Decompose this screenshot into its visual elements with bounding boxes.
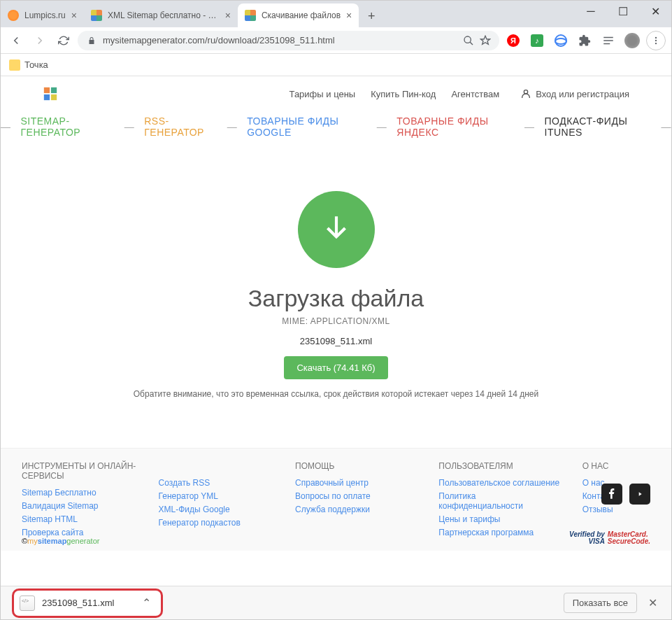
- footer-link[interactable]: Создать RSS: [159, 478, 275, 488]
- back-button[interactable]: [6, 31, 26, 50]
- star-icon[interactable]: [480, 35, 491, 46]
- main-nav: — SITEMAP-ГЕНЕРАТОР — RSS-ГЕНЕРАТОР — ТО…: [1, 111, 671, 149]
- nav-yandex-feeds[interactable]: ТОВАРНЫЕ ФИДЫ ЯНДЕКС: [396, 115, 515, 138]
- close-window-button[interactable]: ✕: [639, 1, 671, 22]
- tab-label: XML Sitemap бесплатно - Ге...: [108, 10, 220, 20]
- nav-google-feeds[interactable]: ТОВАРНЫЕ ФИДЫ GOOGLE: [247, 115, 367, 138]
- footer-link[interactable]: Отзывы: [582, 505, 650, 514]
- site-logo[interactable]: [43, 86, 58, 101]
- tab-label: Lumpics.ru: [24, 10, 66, 20]
- site-footer: ИНСТРУМЕНТЫ И ОНЛАЙН-СЕРВИСЫ Sitemap Бес…: [1, 448, 671, 551]
- browser-tab-active[interactable]: Скачивание файлов ×: [238, 3, 359, 27]
- page-title: Загрузка файла: [1, 285, 671, 312]
- close-shelf-button[interactable]: ✕: [645, 593, 660, 612]
- footer-link[interactable]: Вопросы по оплате: [295, 491, 417, 501]
- youtube-icon[interactable]: [629, 484, 650, 505]
- download-shelf: 2351098_511.xml ⌃ Показать все ✕: [1, 586, 671, 619]
- notice-text: Обратите внимание, что это временная ссы…: [1, 389, 671, 399]
- svg-point-3: [655, 42, 657, 43]
- footer-link[interactable]: Проверка сайта: [22, 528, 138, 537]
- login-label: Вход или регистрация: [536, 89, 629, 99]
- chevron-up-icon[interactable]: ⌃: [142, 596, 151, 610]
- facebook-icon[interactable]: [601, 484, 622, 505]
- tab-label: Скачивание файлов: [262, 10, 341, 20]
- footer-link[interactable]: Генератор подкастов: [159, 518, 275, 528]
- mastercard-badge: MasterCard.SecureCode.: [608, 531, 650, 545]
- svg-rect-7: [51, 94, 57, 100]
- copyright: ©mysitemapgenerator: [22, 537, 99, 545]
- show-all-button[interactable]: Показать все: [564, 593, 637, 613]
- nav-agencies[interactable]: Агентствам: [451, 89, 499, 99]
- download-item[interactable]: 2351098_511.xml ⌃: [12, 589, 163, 618]
- footer-heading: [159, 461, 275, 471]
- svg-point-0: [464, 36, 471, 43]
- bookmarks-bar: Точка: [1, 54, 671, 76]
- extensions-icon[interactable]: [575, 31, 594, 50]
- bookmark-item[interactable]: Точка: [9, 59, 48, 71]
- svg-rect-5: [51, 87, 57, 93]
- reading-list-icon[interactable]: [599, 31, 618, 50]
- browser-tab-strip: Lumpics.ru × XML Sitemap бесплатно - Ге.…: [1, 1, 671, 27]
- reload-button[interactable]: [54, 31, 73, 50]
- site-header: Тарифы и цены Купить Пин-код Агентствам …: [1, 76, 671, 111]
- file-icon: [20, 596, 35, 611]
- lock-icon: [86, 35, 97, 46]
- footer-heading: ПОЛЬЗОВАТЕЛЯМ: [438, 461, 561, 471]
- nav-sitemap-gen[interactable]: SITEMAP-ГЕНЕРАТОР: [21, 115, 115, 138]
- favicon-icon: [91, 10, 102, 21]
- footer-link[interactable]: Генератор YML: [159, 491, 275, 501]
- browser-menu-button[interactable]: [646, 31, 666, 50]
- music-ext-icon[interactable]: ♪: [527, 31, 547, 50]
- folder-icon: [9, 59, 20, 71]
- footer-heading: О НАС: [582, 461, 650, 471]
- footer-heading: ПОМОЩЬ: [295, 461, 417, 471]
- payment-badges: Verified byVISA MasterCard.SecureCode.: [569, 531, 650, 545]
- favicon-icon: [245, 10, 256, 21]
- login-link[interactable]: Вход или регистрация: [520, 88, 629, 99]
- svg-rect-4: [44, 87, 50, 93]
- svg-rect-6: [44, 94, 50, 100]
- close-icon[interactable]: ×: [225, 10, 231, 21]
- browser-toolbar: mysitemapgenerator.com/ru/download/23510…: [1, 27, 671, 54]
- download-icon: [298, 191, 375, 268]
- nav-rss-gen[interactable]: RSS-ГЕНЕРАТОР: [144, 115, 217, 138]
- footer-link[interactable]: XML-Фиды Google: [159, 505, 275, 514]
- social-links: [601, 484, 650, 505]
- globe-ext-icon[interactable]: [551, 31, 571, 50]
- yandex-ext-icon[interactable]: Я: [503, 31, 523, 50]
- url-text: mysitemapgenerator.com/ru/download/23510…: [103, 35, 457, 45]
- footer-link[interactable]: Пользовательское соглашение: [438, 478, 561, 488]
- svg-point-1: [655, 36, 657, 38]
- close-icon[interactable]: ×: [346, 10, 352, 21]
- nav-tariffs[interactable]: Тарифы и цены: [289, 89, 356, 99]
- footer-link[interactable]: Служба поддержки: [295, 505, 417, 514]
- minimize-button[interactable]: ─: [575, 1, 607, 22]
- top-menu: Тарифы и цены Купить Пин-код Агентствам: [289, 89, 500, 99]
- svg-point-2: [655, 39, 657, 41]
- footer-link[interactable]: Sitemap Бесплатно: [22, 488, 138, 498]
- maximize-button[interactable]: ☐: [607, 1, 639, 22]
- footer-link[interactable]: Справочный центр: [295, 478, 417, 488]
- download-button[interactable]: Скачать (74.41 Кб): [284, 356, 387, 379]
- download-filename: 2351098_511.xml: [42, 598, 114, 608]
- footer-link[interactable]: Партнерская программа: [438, 528, 561, 537]
- new-tab-button[interactable]: +: [362, 6, 381, 26]
- svg-point-8: [524, 90, 527, 94]
- nav-itunes-feeds[interactable]: ПОДКАСТ-ФИДЫ ITUNES: [545, 115, 652, 138]
- search-icon[interactable]: [463, 35, 474, 46]
- footer-link[interactable]: Валидация Sitemap: [22, 501, 138, 511]
- footer-link[interactable]: Sitemap HTML: [22, 514, 138, 524]
- favicon-icon: [8, 10, 19, 21]
- close-icon[interactable]: ×: [71, 10, 77, 21]
- browser-tab[interactable]: XML Sitemap бесплатно - Ге... ×: [84, 3, 238, 27]
- address-bar[interactable]: mysitemapgenerator.com/ru/download/23510…: [78, 31, 499, 50]
- profile-avatar[interactable]: [622, 31, 642, 50]
- browser-tab[interactable]: Lumpics.ru ×: [1, 3, 84, 27]
- nav-buy-pin[interactable]: Купить Пин-код: [371, 89, 436, 99]
- forward-button[interactable]: [30, 31, 50, 50]
- footer-link[interactable]: Политика конфиденциальности: [438, 491, 561, 511]
- bookmark-label: Точка: [24, 59, 48, 70]
- filename-label: 2351098_511.xml: [1, 336, 671, 346]
- footer-link[interactable]: Цены и тарифы: [438, 514, 561, 524]
- mime-label: MIME: APPLICATION/XML: [1, 316, 671, 326]
